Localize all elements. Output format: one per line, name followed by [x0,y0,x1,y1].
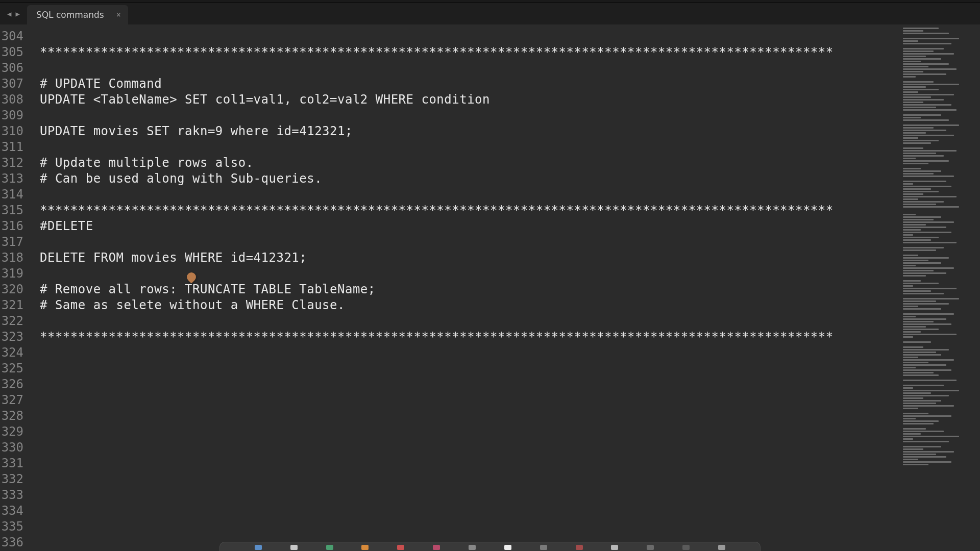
code-line[interactable] [40,139,901,155]
minimap-line [903,308,941,310]
dock-app-icon[interactable] [361,545,369,550]
line-number: 333 [0,487,23,503]
code-line[interactable]: # UPDATE Command [40,76,901,92]
code-line[interactable]: # Remove all rows: TRUNCATE TABLE TableN… [40,282,901,297]
code-line[interactable] [40,392,901,408]
code-line[interactable]: UPDATE <TableName> SET col1=val1, col2=v… [40,92,901,108]
dock-app-icon[interactable] [611,545,618,550]
code-line[interactable] [40,408,901,424]
dock-app-icon[interactable] [647,545,654,550]
minimap-line [903,403,936,404]
minimap-line [903,112,978,113]
close-icon[interactable]: × [116,10,121,19]
code-line[interactable] [40,440,901,456]
nav-forward-icon[interactable]: ▶ [13,10,21,18]
line-number: 336 [0,535,23,550]
minimap-line [903,135,954,136]
code-line[interactable]: UPDATE movies SET rakn=9 where id=412321… [40,123,901,139]
code-line[interactable] [40,60,901,76]
code-line[interactable] [40,29,901,44]
code-area[interactable]: ****************************************… [29,24,901,551]
minimap-line [903,73,946,75]
code-line[interactable]: # Update multiple rows also. [40,155,901,171]
minimap-line [903,390,959,391]
code-line[interactable] [40,471,901,487]
dock-app-icon[interactable] [397,545,404,550]
minimap-line [903,109,957,111]
minimap-line [903,114,941,116]
minimap-line [903,341,931,343]
minimap-line [903,227,946,228]
minimap-line [903,415,951,417]
code-line[interactable]: ****************************************… [40,329,901,345]
minimap-line [903,443,978,445]
minimap-line [903,464,928,465]
code-line[interactable] [40,487,901,503]
code-line[interactable] [40,345,901,361]
minimap-line [903,354,941,356]
minimap-line [903,188,931,190]
minimap-line [903,155,944,157]
minimap-line [903,267,954,269]
code-line[interactable]: DELETE FROM movies WHERE id=412321; [40,250,901,266]
minimap-line [903,249,936,251]
minimap-line [903,357,918,358]
minimap[interactable] [901,24,980,551]
code-line[interactable]: ****************************************… [40,203,901,218]
dock-app-icon[interactable] [469,545,476,550]
dock-app-icon[interactable] [290,545,298,550]
dock-app-icon[interactable] [540,545,547,550]
code-line[interactable]: # Can be used along with Sub-queries. [40,171,901,187]
minimap-line [903,130,946,131]
dock-app-icon[interactable] [682,545,690,550]
minimap-line [903,255,918,256]
code-line[interactable] [40,187,901,203]
system-dock[interactable] [219,542,761,551]
code-line[interactable] [40,313,901,329]
code-line[interactable]: ****************************************… [40,44,901,60]
line-number: 314 [0,187,23,203]
dock-app-icon[interactable] [504,545,511,550]
code-line[interactable] [40,108,901,123]
dock-app-icon[interactable] [255,545,262,550]
minimap-line [903,119,949,121]
code-line[interactable] [40,503,901,519]
minimap-line [903,326,926,328]
line-number: 318 [0,250,23,266]
minimap-line [903,30,923,32]
minimap-line [903,76,916,78]
dock-app-icon[interactable] [718,545,725,550]
minimap-line [903,117,921,118]
minimap-line [903,124,959,126]
minimap-line [903,446,941,447]
dock-app-icon[interactable] [433,545,440,550]
code-line[interactable] [40,361,901,377]
code-line[interactable] [40,234,901,250]
minimap-line [903,425,978,427]
minimap-line [903,283,939,284]
code-line[interactable]: #DELETE [40,218,901,234]
nav-back-icon[interactable]: ◀ [5,10,13,18]
minimap-line [903,413,928,414]
dock-app-icon[interactable] [326,545,333,550]
code-line[interactable] [40,456,901,471]
line-number: 323 [0,329,23,345]
code-line[interactable] [40,377,901,392]
line-number: 331 [0,456,23,471]
code-line[interactable]: # Same as selete without a WHERE Clause. [40,297,901,313]
minimap-line [903,43,951,44]
minimap-line [903,420,939,422]
dock-app-icon[interactable] [576,545,583,550]
line-number: 334 [0,503,23,519]
code-line[interactable] [40,519,901,535]
minimap-line [903,186,951,187]
minimap-line [903,441,949,442]
minimap-line [903,28,939,29]
minimap-line [903,132,926,134]
minimap-line [903,428,926,430]
minimap-line [903,38,959,39]
code-line[interactable] [40,266,901,282]
tab-sql-commands[interactable]: SQL commands × [27,5,128,24]
code-line[interactable] [40,424,901,440]
minimap-line [903,461,951,463]
